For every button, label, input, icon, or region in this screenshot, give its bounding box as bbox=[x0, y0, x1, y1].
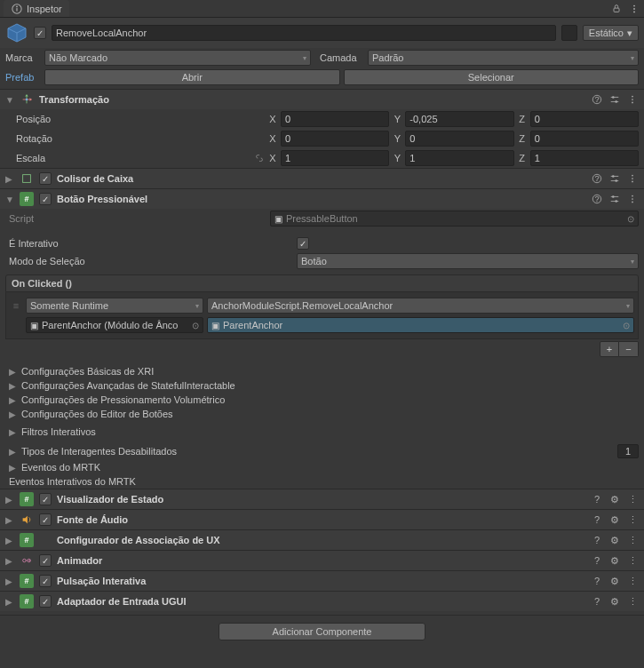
event-add-button[interactable]: + bbox=[600, 341, 619, 357]
kebab-icon[interactable] bbox=[626, 193, 639, 205]
kebab-icon[interactable] bbox=[626, 93, 639, 106]
is-interactive-checkbox[interactable] bbox=[297, 237, 309, 250]
fold-mrtk-interactive-events[interactable]: Eventos Interativos do MRTK bbox=[0, 474, 644, 489]
gameobject-name-input[interactable] bbox=[52, 25, 556, 41]
object-picker-icon[interactable]: ⊙ bbox=[192, 321, 199, 330]
enable-checkbox[interactable] bbox=[39, 595, 52, 608]
settings-icon[interactable]: ⚙ bbox=[608, 575, 621, 587]
settings-icon[interactable]: ⚙ bbox=[608, 534, 621, 546]
help-icon[interactable]: ? bbox=[591, 595, 603, 608]
enable-checkbox[interactable] bbox=[39, 513, 52, 526]
function-dropdown[interactable]: AnchorModuleScript.RemoveLocalAnchor ▾ bbox=[207, 298, 634, 314]
state-visualizer-header[interactable]: ▶ # Visualizador de Estado ?⚙⋮ bbox=[0, 489, 644, 509]
foldout-icon[interactable]: ▶ bbox=[5, 515, 14, 525]
lock-icon[interactable] bbox=[610, 3, 623, 15]
transform-header[interactable]: ▼ Transformação ? bbox=[0, 89, 644, 109]
fold-xri-basic[interactable]: ▶Configurações Básicas de XRI bbox=[0, 364, 644, 378]
kebab-menu-icon[interactable] bbox=[628, 3, 640, 15]
help-icon[interactable]: ? bbox=[591, 554, 603, 567]
enable-checkbox[interactable] bbox=[39, 493, 52, 505]
icon-slot[interactable] bbox=[561, 25, 577, 41]
kebab-icon[interactable]: ⋮ bbox=[626, 595, 639, 608]
interactable-pulse-header[interactable]: ▶ # Pulsação Interativa ?⚙⋮ bbox=[0, 570, 644, 591]
fold-stateful-adv[interactable]: ▶Configurações Avançadas de StatefulInte… bbox=[0, 378, 644, 393]
transform-title: Transformação bbox=[39, 94, 585, 105]
fold-disabled-interactors[interactable]: ▶ Tipos de Interagentes Desabilitados 1 bbox=[0, 442, 644, 460]
settings-icon[interactable]: ⚙ bbox=[608, 513, 621, 526]
foldout-icon[interactable]: ▶ bbox=[5, 174, 14, 184]
position-y-input[interactable] bbox=[405, 111, 513, 127]
settings-icon[interactable]: ⚙ bbox=[608, 595, 621, 608]
audio-source-header[interactable]: ▶ Fonte de Áudio ?⚙⋮ bbox=[0, 509, 644, 529]
kebab-icon[interactable]: ⋮ bbox=[626, 575, 639, 587]
event-remove-button[interactable]: − bbox=[619, 341, 639, 357]
kebab-icon[interactable]: ⋮ bbox=[626, 534, 639, 546]
inspector-tab[interactable]: Inspetor bbox=[4, 0, 69, 17]
foldout-icon[interactable]: ▼ bbox=[5, 195, 14, 204]
kebab-icon[interactable]: ⋮ bbox=[626, 554, 639, 567]
help-icon[interactable]: ? bbox=[591, 534, 603, 546]
kebab-icon[interactable]: ⋮ bbox=[626, 513, 639, 526]
help-icon[interactable]: ? bbox=[591, 172, 603, 185]
foldout-icon[interactable]: ▶ bbox=[5, 577, 14, 586]
pressable-enable-checkbox[interactable] bbox=[39, 193, 52, 205]
position-x-input[interactable] bbox=[281, 111, 389, 127]
object-icon: ▣ bbox=[30, 321, 38, 330]
animator-header[interactable]: ▶ Animador ?⚙⋮ bbox=[0, 550, 644, 570]
pressable-header[interactable]: ▼ # Botão Pressionável ? bbox=[0, 188, 644, 209]
ux-binding-header[interactable]: ▶ # Configurador de Associação de UX ?⚙⋮ bbox=[0, 529, 644, 550]
rotation-y-input[interactable] bbox=[405, 131, 513, 147]
prefab-select-button[interactable]: Selecionar bbox=[344, 69, 640, 85]
fold-interactive-filters[interactable]: ▶Filtros Interativos bbox=[0, 425, 644, 439]
rotation-x-input[interactable] bbox=[281, 131, 389, 147]
boxcollider-enable-checkbox[interactable] bbox=[39, 172, 52, 185]
foldout-icon[interactable]: ▶ bbox=[5, 495, 14, 505]
fold-mrtk-events[interactable]: ▶Eventos do MRTK bbox=[0, 460, 644, 474]
tag-dropdown[interactable]: Não Marcado ▾ bbox=[44, 50, 311, 66]
gameobject-active-checkbox[interactable] bbox=[34, 27, 46, 39]
foldout-icon[interactable]: ▶ bbox=[5, 597, 14, 607]
boxcollider-header[interactable]: ▶ Colisor de Caixa ? bbox=[0, 168, 644, 188]
help-icon[interactable]: ? bbox=[591, 575, 603, 587]
event-body: ≡ Somente Runtime ▾ AnchorModuleScript.R… bbox=[5, 292, 639, 339]
ugui-adapter-header[interactable]: ▶ # Adaptador de Entrada UGUI ?⚙⋮ bbox=[0, 591, 644, 611]
help-icon[interactable]: ? bbox=[591, 513, 603, 526]
foldout-icon[interactable]: ▶ bbox=[5, 556, 14, 566]
svg-point-36 bbox=[612, 195, 615, 198]
kebab-icon[interactable] bbox=[626, 172, 639, 185]
settings-icon[interactable]: ⚙ bbox=[608, 554, 621, 567]
settings-icon[interactable] bbox=[608, 193, 621, 205]
add-component-button[interactable]: Adicionar Componente bbox=[219, 623, 426, 640]
event-target-field[interactable]: ▣ ParentAnchor (Módulo de Ânco ⊙ bbox=[26, 317, 203, 333]
grab-handle-icon[interactable]: ≡ bbox=[10, 300, 22, 311]
event-arg-field[interactable]: ▣ ParentAnchor ⊙ bbox=[207, 317, 634, 333]
runtime-dropdown[interactable]: Somente Runtime ▾ bbox=[26, 298, 203, 314]
prefab-open-button[interactable]: Abrir bbox=[44, 69, 340, 85]
object-picker-icon[interactable]: ⊙ bbox=[623, 321, 630, 330]
enable-checkbox[interactable] bbox=[39, 575, 52, 587]
scale-y-input[interactable] bbox=[405, 150, 513, 166]
settings-icon[interactable]: ⚙ bbox=[608, 493, 621, 505]
select-mode-dropdown[interactable]: Botão ▾ bbox=[297, 253, 639, 269]
fold-vol-press[interactable]: ▶Configurações de Pressionamento Volumét… bbox=[0, 393, 644, 407]
static-dropdown[interactable]: Estático ▾ bbox=[583, 25, 639, 41]
object-picker-icon[interactable]: ⊙ bbox=[627, 214, 634, 224]
svg-marker-10 bbox=[25, 94, 28, 97]
help-icon[interactable]: ? bbox=[591, 493, 603, 505]
scale-z-input[interactable] bbox=[530, 150, 639, 166]
enable-checkbox[interactable] bbox=[39, 554, 52, 567]
script-field[interactable]: ▣ PressableButton ⊙ bbox=[270, 211, 639, 227]
settings-icon[interactable] bbox=[608, 93, 621, 106]
scale-x-input[interactable] bbox=[281, 150, 389, 166]
rotation-z-input[interactable] bbox=[530, 131, 639, 147]
foldout-icon[interactable]: ▶ bbox=[5, 536, 14, 545]
help-icon[interactable]: ? bbox=[591, 193, 603, 205]
position-z-input[interactable] bbox=[530, 111, 639, 127]
settings-icon[interactable] bbox=[608, 172, 621, 185]
help-icon[interactable]: ? bbox=[591, 93, 603, 106]
scale-link-icon[interactable] bbox=[254, 153, 265, 163]
foldout-icon[interactable]: ▼ bbox=[5, 95, 14, 105]
layer-dropdown[interactable]: Padrão ▾ bbox=[368, 50, 639, 66]
kebab-icon[interactable]: ⋮ bbox=[626, 493, 639, 505]
fold-button-editor[interactable]: ▶Configurações do Editor de Botões bbox=[0, 407, 644, 421]
